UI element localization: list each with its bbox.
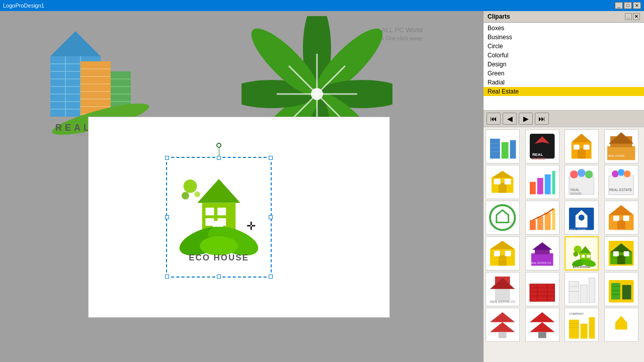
svg-marker-79 bbox=[492, 171, 514, 178]
category-colorful[interactable]: Colorful bbox=[484, 51, 644, 60]
svg-rect-101 bbox=[537, 217, 543, 230]
svg-point-88 bbox=[570, 170, 578, 178]
svg-rect-83 bbox=[530, 182, 536, 195]
title-bar-text: LogoProDesign1 bbox=[3, 3, 44, 9]
svg-rect-137 bbox=[613, 251, 619, 256]
svg-rect-151 bbox=[569, 282, 579, 303]
svg-rect-73 bbox=[584, 145, 590, 150]
svg-rect-74 bbox=[607, 146, 635, 160]
category-real-estate[interactable]: Real Estate bbox=[484, 87, 644, 96]
svg-point-98 bbox=[490, 205, 515, 230]
nav-bar: ⏮ ◀ ▶ ⏭ bbox=[484, 111, 644, 127]
clipart-5[interactable] bbox=[486, 165, 520, 199]
svg-marker-175 bbox=[615, 316, 627, 330]
clipart-12[interactable]: REAL ESTATE bbox=[604, 201, 638, 235]
svg-point-124 bbox=[574, 252, 579, 257]
minimize-button[interactable]: _ bbox=[615, 2, 623, 9]
panel-title: Cliparts bbox=[488, 13, 510, 20]
svg-rect-100 bbox=[530, 220, 536, 230]
svg-rect-61 bbox=[510, 140, 516, 159]
clipart-10[interactable] bbox=[525, 201, 559, 235]
prev-button[interactable]: ◀ bbox=[503, 113, 517, 125]
clipart-grid-inner: REALESTATE REAL ESTATE REALESTATE bbox=[486, 129, 642, 342]
svg-text:REAL: REAL bbox=[532, 153, 543, 157]
svg-point-90 bbox=[585, 170, 593, 178]
clipart-18[interactable] bbox=[525, 272, 559, 306]
clipart-17[interactable]: REAL ESTATE CO bbox=[486, 272, 520, 306]
clipart-14[interactable]: REAL ESTATE CO. bbox=[525, 236, 559, 270]
first-button[interactable]: ⏮ bbox=[487, 113, 501, 125]
category-radial[interactable]: Radial bbox=[484, 78, 644, 87]
svg-rect-71 bbox=[578, 149, 586, 159]
svg-rect-50 bbox=[205, 208, 214, 215]
svg-text:REAL ESTATE: REAL ESTATE bbox=[608, 155, 625, 158]
svg-text:ECO HOUSE: ECO HOUSE bbox=[573, 265, 591, 268]
svg-rect-153 bbox=[589, 278, 595, 303]
clipart-16[interactable] bbox=[604, 236, 638, 270]
clipart-grid[interactable]: REALESTATE REAL ESTATE REALESTATE bbox=[484, 127, 644, 362]
category-business[interactable]: Business bbox=[484, 33, 644, 42]
svg-rect-169 bbox=[581, 324, 588, 339]
svg-text:COMPANY: COMPANY bbox=[569, 312, 584, 315]
svg-rect-60 bbox=[502, 142, 509, 159]
panel-minimize-btn[interactable]: _ bbox=[625, 13, 632, 20]
clipart-23[interactable]: COMPANY bbox=[565, 308, 599, 342]
svg-marker-109 bbox=[609, 205, 633, 215]
close-button[interactable]: ✕ bbox=[633, 2, 641, 9]
svg-text:REAL ESTATE CO.: REAL ESTATE CO. bbox=[530, 262, 552, 265]
canvas-area: ALL PC World Free Apps One click away bbox=[0, 11, 483, 362]
clipart-3[interactable] bbox=[565, 129, 599, 163]
clipart-15[interactable]: ECO HOUSE bbox=[565, 236, 599, 270]
svg-rect-102 bbox=[544, 213, 550, 230]
clipart-11[interactable]: REAL ESTATE bbox=[565, 201, 599, 235]
svg-rect-128 bbox=[582, 255, 585, 258]
svg-point-45 bbox=[184, 179, 197, 193]
svg-marker-162 bbox=[490, 312, 515, 322]
svg-rect-157 bbox=[611, 283, 620, 300]
clipart-20[interactable] bbox=[604, 272, 638, 306]
svg-rect-111 bbox=[613, 216, 619, 221]
panel-close-btn[interactable]: ✕ bbox=[633, 13, 640, 20]
svg-rect-117 bbox=[494, 251, 500, 256]
main-content: ALL PC World Free Apps One click away bbox=[0, 11, 644, 362]
category-design[interactable]: Design bbox=[484, 60, 644, 69]
clipart-8[interactable]: REAL ESTATE bbox=[604, 165, 638, 199]
svg-marker-10 bbox=[50, 31, 101, 56]
next-button[interactable]: ▶ bbox=[519, 113, 533, 125]
svg-marker-99 bbox=[497, 210, 509, 223]
title-bar-controls: _ □ ✕ bbox=[615, 2, 641, 9]
svg-point-46 bbox=[182, 192, 189, 200]
eco-house-logo: ECO HOUSE bbox=[169, 159, 269, 275]
svg-rect-136 bbox=[617, 255, 625, 264]
svg-rect-84 bbox=[537, 178, 543, 195]
clipart-2[interactable]: REALESTATE bbox=[525, 129, 559, 163]
svg-rect-82 bbox=[505, 179, 511, 185]
category-list[interactable]: Boxes Business Circle Colorful Design Gr… bbox=[484, 23, 644, 111]
svg-rect-51 bbox=[217, 208, 226, 215]
svg-rect-118 bbox=[505, 251, 511, 256]
clipart-4[interactable]: REAL ESTATE bbox=[604, 129, 638, 163]
svg-point-106 bbox=[579, 215, 585, 221]
svg-rect-170 bbox=[589, 317, 595, 339]
svg-text:REAL: REAL bbox=[571, 188, 580, 192]
category-boxes[interactable]: Boxes bbox=[484, 24, 644, 33]
category-circle[interactable]: Circle bbox=[484, 42, 644, 51]
category-green[interactable]: Green bbox=[484, 69, 644, 78]
svg-rect-110 bbox=[617, 220, 625, 230]
clipart-1[interactable] bbox=[486, 129, 520, 163]
svg-rect-87 bbox=[569, 177, 594, 195]
maximize-button[interactable]: □ bbox=[624, 2, 632, 9]
clipart-13[interactable] bbox=[486, 236, 520, 270]
clipart-7[interactable]: REALESTATE bbox=[565, 165, 599, 199]
clipart-9[interactable] bbox=[486, 201, 520, 235]
clipart-22[interactable] bbox=[525, 308, 559, 342]
clipart-19[interactable] bbox=[565, 272, 599, 306]
svg-marker-70 bbox=[572, 134, 592, 142]
clipart-24[interactable] bbox=[604, 308, 638, 342]
svg-rect-144 bbox=[530, 284, 554, 302]
svg-text:ECO HOUSE: ECO HOUSE bbox=[189, 253, 249, 262]
svg-rect-72 bbox=[574, 145, 580, 150]
clipart-6[interactable] bbox=[525, 165, 559, 199]
last-button[interactable]: ⏭ bbox=[535, 113, 549, 125]
clipart-21[interactable] bbox=[486, 308, 520, 342]
